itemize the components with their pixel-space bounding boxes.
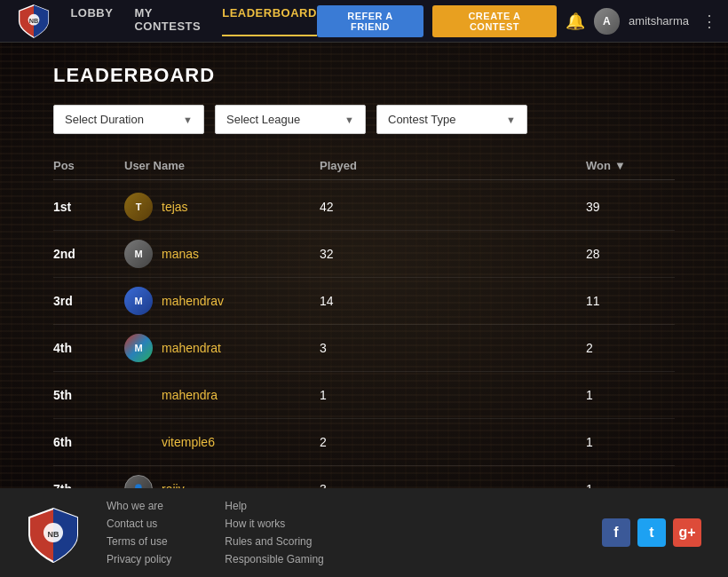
- position-cell: 3rd: [53, 294, 124, 308]
- twitter-button[interactable]: t: [637, 518, 666, 547]
- nav-my-contests[interactable]: MY CONTESTS: [134, 6, 201, 36]
- league-select[interactable]: Select League ▼: [215, 105, 366, 134]
- col-played: Played: [320, 159, 586, 172]
- position-cell: 1st: [53, 200, 124, 214]
- won-cell: 28: [586, 247, 675, 261]
- user-avatar-placeholder: [124, 428, 153, 456]
- position-cell: 7th: [53, 482, 124, 488]
- duration-label: Select Duration: [65, 113, 144, 126]
- col-won[interactable]: Won ▼: [586, 159, 675, 172]
- position-cell: 2nd: [53, 247, 124, 261]
- user-cell: 👤 rajiv: [124, 475, 320, 488]
- user-avatar: M: [124, 287, 153, 315]
- footer-contact-us[interactable]: Contact us: [107, 518, 171, 530]
- user-cell: M mahendrat: [124, 334, 320, 362]
- create-contest-button[interactable]: CREATE A CONTEST: [432, 5, 557, 37]
- table-row[interactable]: 4th M mahendrat 3 2: [53, 325, 675, 372]
- won-cell: 1: [586, 388, 675, 402]
- footer-privacy-policy[interactable]: Privacy policy: [107, 553, 171, 565]
- user-cell: mahendra: [124, 381, 320, 409]
- facebook-button[interactable]: f: [602, 518, 630, 547]
- duration-select[interactable]: Select Duration ▼: [53, 105, 204, 134]
- footer-col-2: Help How it works Rules and Scoring Resp…: [225, 500, 323, 565]
- refer-friend-button[interactable]: REFER A FRIEND: [317, 5, 423, 37]
- played-cell: 32: [320, 247, 586, 261]
- table-row[interactable]: 1st T tejas 42 39: [53, 184, 675, 231]
- footer-logo: NB: [27, 506, 80, 559]
- won-sort-icon: ▼: [614, 159, 626, 172]
- user-avatar: M: [124, 240, 153, 268]
- user-name[interactable]: mahendrat: [162, 341, 221, 355]
- user-avatar: 👤: [124, 475, 153, 488]
- username-label: amitsharma: [629, 14, 689, 28]
- won-cell: 2: [586, 341, 675, 355]
- content-wrapper: LEADERBOARD Select Duration ▼ Select Lea…: [0, 43, 728, 488]
- nav-links: LOBBY MY CONTESTS LEADERBOARD: [70, 6, 316, 36]
- footer-terms-of-use[interactable]: Terms of use: [107, 535, 171, 548]
- won-cell: 1: [586, 435, 675, 449]
- contest-type-select[interactable]: Contest Type ▼: [376, 105, 527, 134]
- duration-arrow-icon: ▼: [183, 115, 193, 125]
- user-cell: T tejas: [124, 193, 320, 221]
- navbar: NB LOBBY MY CONTESTS LEADERBOARD REFER A…: [0, 0, 728, 43]
- user-avatar: M: [124, 334, 153, 362]
- filters-bar: Select Duration ▼ Select League ▼ Contes…: [53, 105, 675, 134]
- contest-type-arrow-icon: ▼: [506, 115, 516, 125]
- user-name[interactable]: manas: [162, 247, 199, 261]
- svg-text:NB: NB: [28, 16, 38, 24]
- position-cell: 6th: [53, 435, 124, 449]
- user-cell: M manas: [124, 240, 320, 268]
- table-row[interactable]: 7th 👤 rajiv 3 1: [53, 466, 675, 488]
- won-cell: 1: [586, 482, 675, 488]
- position-cell: 5th: [53, 388, 124, 402]
- played-cell: 2: [320, 435, 586, 449]
- league-arrow-icon: ▼: [344, 115, 354, 125]
- won-cell: 39: [586, 200, 675, 214]
- user-name[interactable]: vitemple6: [162, 435, 215, 449]
- nav-lobby[interactable]: LOBBY: [70, 6, 113, 36]
- footer-help[interactable]: Help: [225, 500, 323, 512]
- user-name[interactable]: mahendrav: [162, 294, 224, 308]
- user-avatar-placeholder: [124, 381, 153, 409]
- footer-rules-scoring[interactable]: Rules and Scoring: [225, 535, 323, 548]
- table-row[interactable]: 3rd M mahendrav 14 11: [53, 278, 675, 325]
- col-username: User Name: [124, 159, 320, 172]
- main-area: LEADERBOARD Select Duration ▼ Select Lea…: [0, 43, 728, 488]
- logo[interactable]: NB: [11, 2, 56, 41]
- played-cell: 3: [320, 482, 586, 488]
- table-row[interactable]: 2nd M manas 32 28: [53, 231, 675, 278]
- googleplus-button[interactable]: g+: [673, 518, 701, 547]
- user-cell: M mahendrav: [124, 287, 320, 315]
- table-header: Pos User Name Played Won ▼: [53, 152, 675, 180]
- menu-dots-icon[interactable]: ⋮: [701, 12, 717, 31]
- user-name[interactable]: mahendra: [162, 388, 218, 402]
- footer-links: Who we are Contact us Terms of use Priva…: [107, 500, 575, 565]
- col-pos: Pos: [53, 159, 124, 172]
- footer-how-it-works[interactable]: How it works: [225, 518, 323, 530]
- user-name[interactable]: tejas: [162, 200, 188, 214]
- avatar[interactable]: A: [594, 8, 620, 35]
- table-row[interactable]: 5th mahendra 1 1: [53, 372, 675, 419]
- league-label: Select League: [226, 113, 300, 126]
- footer-responsible-gaming[interactable]: Responsible Gaming: [225, 553, 323, 565]
- contest-type-label: Contest Type: [388, 113, 455, 126]
- leaderboard-table: 1st T tejas 42 39 2nd M manas 32 28 3rd …: [53, 184, 675, 488]
- svg-text:NB: NB: [48, 530, 59, 539]
- won-cell: 11: [586, 294, 675, 308]
- played-cell: 1: [320, 388, 586, 402]
- table-row[interactable]: 6th vitemple6 2 1: [53, 419, 675, 466]
- footer-social: f t g+: [602, 518, 701, 547]
- played-cell: 3: [320, 341, 586, 355]
- footer: NB Who we are Contact us Terms of use Pr…: [0, 488, 728, 577]
- user-cell: vitemple6: [124, 428, 320, 456]
- footer-who-we-are[interactable]: Who we are: [107, 500, 171, 512]
- page-title: LEADERBOARD: [53, 64, 675, 87]
- notification-bell-icon[interactable]: 🔔: [566, 12, 585, 31]
- nav-leaderboard[interactable]: LEADERBOARD: [222, 6, 317, 36]
- user-avatar: T: [124, 193, 153, 221]
- played-cell: 42: [320, 200, 586, 214]
- nav-right: REFER A FRIEND CREATE A CONTEST 🔔 A amit…: [317, 5, 717, 37]
- user-name[interactable]: rajiv: [162, 482, 185, 488]
- footer-col-1: Who we are Contact us Terms of use Priva…: [107, 500, 171, 565]
- position-cell: 4th: [53, 341, 124, 355]
